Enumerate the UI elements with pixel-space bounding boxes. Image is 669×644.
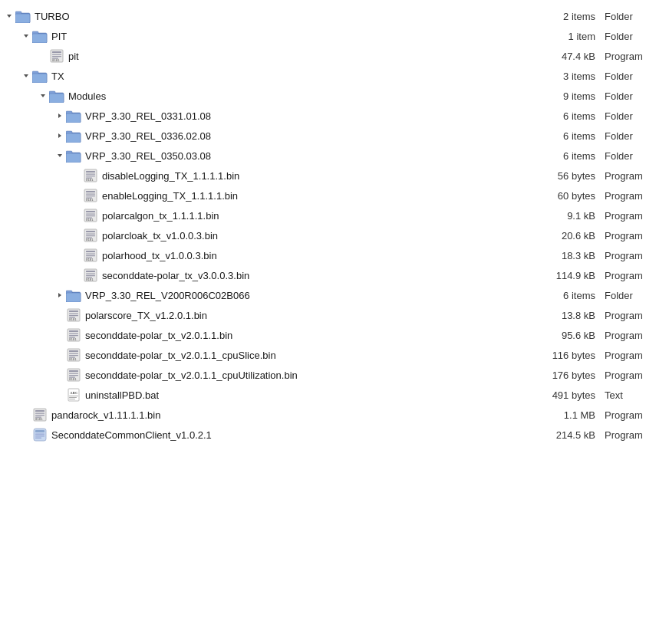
tree-row[interactable]: 0101 pit 47.4 kB Program	[0, 46, 669, 66]
item-kind: Program	[605, 270, 666, 281]
svg-text:0101: 0101	[69, 337, 77, 341]
svg-rect-106	[35, 415, 44, 416]
folder-icon	[32, 28, 48, 44]
svg-marker-18	[41, 94, 45, 97]
svg-marker-0	[7, 15, 12, 18]
item-kind: Folder	[605, 90, 666, 102]
item-name: polarhood_tx_v1.0.0.3.bin	[102, 250, 536, 261]
folder-icon	[66, 288, 81, 303]
toggle-expanded[interactable]	[3, 10, 15, 22]
tree-row[interactable]: 0101 pandarock_v1.11.1.1.bin 1.1 MB Prog…	[0, 405, 669, 425]
item-name: VRP_3.30_REL_0336.02.08	[85, 130, 536, 142]
svg-rect-100	[69, 396, 78, 396]
svg-text:0101: 0101	[52, 58, 60, 62]
tree-row[interactable]: 0101 enableLogging_TX_1.1.1.1.bin 60 byt…	[0, 186, 669, 205]
item-size: 9.1 kB	[536, 210, 605, 222]
tree-row[interactable]: TX 3 items Folder	[0, 66, 669, 86]
toggle-collapsed[interactable]	[54, 110, 66, 122]
svg-rect-42	[86, 194, 95, 195]
svg-text:0101: 0101	[69, 317, 77, 321]
tree-row[interactable]: VRP_3.30_REL_0350.03.08 6 items Folder	[0, 146, 669, 166]
item-size: 56 bytes	[536, 170, 605, 182]
tree-row[interactable]: TURBO 2 items Folder	[0, 6, 669, 26]
item-size: 3 items	[536, 71, 605, 82]
toggle-expanded[interactable]	[20, 30, 32, 42]
item-kind: Folder	[605, 11, 666, 22]
tree-row[interactable]: 0101 seconddate-polar_tx_v3.0.0.3.bin 11…	[0, 265, 669, 285]
svg-rect-75	[69, 310, 78, 312]
tree-row[interactable]: SeconddateCommonClient_v1.0.2.1 214.5 kB…	[0, 425, 669, 445]
svg-rect-21	[49, 94, 64, 103]
program-icon: 0101	[66, 327, 81, 343]
item-kind: Folder	[605, 31, 666, 42]
tree-row[interactable]: VRP_3.30_REL_0331.01.08 6 items Folder	[0, 106, 669, 126]
tree-row[interactable]: 0101 seconddate-polar_tx_v2.0.1.1_cpuUti…	[0, 365, 669, 385]
toggle-collapsed[interactable]	[54, 289, 66, 301]
program-icon: 0101	[83, 168, 98, 183]
tree-row[interactable]: 0101 disableLogging_TX_1.1.1.1.bin 56 by…	[0, 166, 669, 186]
toggle-expanded[interactable]	[20, 70, 32, 82]
text-file-icon: ABC	[66, 387, 81, 402]
svg-text:0101: 0101	[69, 357, 77, 361]
svg-rect-25	[66, 113, 81, 123]
item-name: seconddate-polar_tx_v3.0.0.3.bin	[102, 270, 536, 281]
tree-row[interactable]: Modules 9 items Folder	[0, 86, 669, 106]
item-name: seconddate-polar_tx_v2.0.1.1_cpuSlice.bi…	[85, 350, 536, 361]
item-name: pandarock_v1.11.1.1.bin	[51, 409, 536, 421]
svg-rect-36	[86, 174, 95, 175]
item-kind: Program	[605, 51, 666, 62]
item-kind: Program	[605, 250, 666, 261]
program-icon: 0101	[83, 268, 98, 283]
item-kind: Folder	[605, 130, 666, 142]
item-name: uninstallPBD.bat	[85, 389, 536, 401]
item-kind: Folder	[605, 150, 666, 162]
item-size: 18.3 kB	[536, 250, 605, 261]
toggle-expanded[interactable]	[54, 150, 66, 162]
item-size: 6 items	[536, 110, 605, 122]
item-name: polarcalgon_tx_1.1.1.1.bin	[102, 210, 536, 222]
svg-rect-94	[69, 373, 78, 374]
item-name: VRP_3.30_REL_V200R006C02B066	[85, 290, 536, 301]
item-name: seconddate-polar_tx_v2.0.1.1_cpuUtilizat…	[85, 370, 536, 381]
tree-row[interactable]: PIT 1 item Folder	[0, 26, 669, 46]
item-name: seconddate-polar_tx_v2.0.1.1.bin	[85, 330, 536, 341]
svg-rect-53	[86, 231, 95, 232]
tree-row[interactable]: 0101 polarcloak_tx_v1.0.0.3.bin 20.6 kB …	[0, 225, 669, 245]
program-icon: 0101	[83, 248, 98, 263]
program-icon: 0101	[66, 307, 81, 323]
item-name: PIT	[51, 31, 536, 42]
toggle-collapsed[interactable]	[54, 130, 66, 142]
item-size: 176 bytes	[536, 370, 605, 381]
folder-icon	[66, 148, 81, 163]
tree-row[interactable]: ABC uninstallPBD.bat 491 bytes Text	[0, 385, 669, 405]
svg-text:ABC: ABC	[70, 391, 78, 395]
item-kind: Folder	[605, 71, 666, 82]
svg-marker-22	[58, 113, 61, 118]
svg-rect-111	[35, 434, 44, 435]
svg-text:0101: 0101	[86, 278, 94, 281]
folder-icon	[49, 88, 64, 104]
tree-row[interactable]: 0101 polarhood_tx_v1.0.0.3.bin 18.3 kB P…	[0, 245, 669, 265]
item-name: TX	[51, 71, 536, 82]
program-icon: 0101	[83, 188, 98, 203]
svg-rect-10	[52, 54, 61, 55]
tree-row[interactable]: VRP_3.30_REL_0336.02.08 6 items Folder	[0, 126, 669, 146]
svg-rect-66	[86, 274, 95, 274]
item-size: 9 items	[536, 90, 605, 102]
tree-row[interactable]: 0101 polarscore_TX_v1.2.0.1.bin 13.8 kB …	[0, 305, 669, 325]
folder-icon	[66, 108, 81, 123]
folder-icon	[32, 68, 48, 84]
item-kind: Program	[605, 310, 666, 321]
svg-rect-37	[86, 176, 95, 176]
item-name: VRP_3.30_REL_0350.03.08	[85, 150, 536, 162]
tree-row[interactable]: 0101 seconddate-polar_tx_v2.0.1.1_cpuSli…	[0, 345, 669, 365]
item-kind: Program	[605, 350, 666, 361]
toggle-expanded[interactable]	[37, 90, 49, 102]
svg-rect-89	[69, 355, 78, 356]
program-icon: 0101	[83, 228, 98, 243]
tree-row[interactable]: 0101 polarcalgon_tx_1.1.1.1.bin 9.1 kB P…	[0, 205, 669, 225]
tree-row[interactable]: 0101 seconddate-polar_tx_v2.0.1.1.bin 95…	[0, 325, 669, 345]
svg-text:0101: 0101	[69, 377, 77, 381]
tree-row[interactable]: VRP_3.30_REL_V200R006C02B066 6 items Fol…	[0, 285, 669, 305]
file-tree: TURBO 2 items Folder PIT 1 item Folder 0…	[0, 6, 669, 445]
